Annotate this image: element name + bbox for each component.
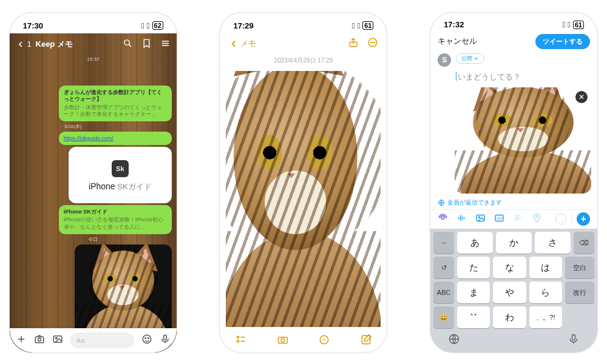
clock: 17:32	[444, 20, 464, 29]
gallery-icon[interactable]	[52, 334, 63, 347]
svg-point-0	[124, 39, 130, 45]
status-bar: 17:29 􀙇 􀙈 61	[220, 13, 387, 33]
camera-icon[interactable]	[277, 334, 289, 348]
key[interactable]: ま	[457, 281, 490, 303]
image-icon[interactable]	[475, 213, 486, 226]
compose-icon[interactable]	[360, 334, 372, 348]
poll-icon[interactable]	[513, 213, 523, 226]
key[interactable]: ら	[529, 281, 562, 303]
signal-icon: 􀙇	[562, 20, 565, 29]
gif-icon[interactable]: GIF	[494, 213, 504, 226]
menu-icon[interactable]	[160, 38, 171, 51]
msg-link[interactable]: https://iskguide.com/	[64, 135, 114, 141]
key-space[interactable]: 空白	[565, 257, 594, 278]
location-icon[interactable]	[532, 213, 542, 226]
svg-point-22	[237, 340, 239, 342]
message-bubble[interactable]: https://iskguide.com/	[59, 132, 172, 145]
svg-rect-27	[362, 335, 370, 343]
voice-icon[interactable]	[456, 213, 467, 226]
key[interactable]: わ	[493, 306, 526, 328]
key[interactable]: ˄˅	[457, 306, 490, 328]
wifi-icon: 􀙈	[357, 21, 360, 30]
spaces-icon[interactable]	[438, 213, 448, 226]
svg-point-26	[320, 335, 328, 343]
svg-rect-34	[476, 215, 484, 221]
clock: 17:29	[233, 21, 253, 30]
plus-icon[interactable]	[16, 334, 27, 347]
signal-icon: 􀙇	[141, 21, 144, 30]
wifi-icon: 􀙈	[568, 20, 571, 29]
key-undo[interactable]: ↺	[433, 257, 454, 278]
back-count: 1	[27, 40, 32, 49]
phone-twitter: 17:32 􀙇 􀙈 61 キャンセル ツイートする S 公開 いまどうしてる？ …	[430, 12, 598, 353]
bookmark-icon[interactable]	[141, 38, 152, 51]
key-abc[interactable]: ABC	[433, 281, 454, 303]
key-emoji[interactable]: 😀	[433, 306, 454, 328]
tweet-button[interactable]: ツイートする	[535, 34, 590, 49]
key[interactable]: 、。?!	[529, 306, 562, 328]
back-button[interactable]: メモ	[228, 38, 256, 49]
key[interactable]: や	[493, 281, 526, 303]
chat-input-bar: Aa	[10, 328, 177, 352]
svg-point-20	[237, 336, 239, 338]
add-tweet-button[interactable]: +	[577, 212, 590, 226]
svg-point-19	[375, 42, 375, 42]
globe-icon[interactable]	[448, 333, 460, 348]
svg-point-12	[145, 338, 146, 339]
attached-image[interactable]: ✕	[455, 87, 591, 194]
key[interactable]: は	[529, 257, 562, 278]
message-input[interactable]: Aa	[70, 332, 134, 348]
svg-point-35	[478, 217, 480, 218]
signal-icon: 􀙇	[352, 21, 355, 30]
emoji-icon[interactable]	[141, 334, 152, 347]
phone-notes: 17:29 􀙇 􀙈 61 メモ 2023年4月29日 17:29	[219, 12, 387, 353]
message-bubble[interactable]: ぎょらんが進化する歩数計アプリ【てくっとウォーク】 歩数計・体重管理アプリのてく…	[59, 86, 172, 121]
key[interactable]: な	[493, 257, 526, 278]
key[interactable]: た	[457, 257, 490, 278]
draw-icon[interactable]	[318, 334, 330, 348]
camera-icon[interactable]	[34, 334, 45, 347]
svg-text:GIF: GIF	[497, 217, 503, 220]
chat-date: 今日	[10, 236, 177, 243]
avatar[interactable]: S	[438, 53, 451, 67]
audience-selector[interactable]: 公開	[456, 53, 484, 64]
status-bar: 17:30 􀙇 􀙈 62	[10, 13, 177, 33]
msg-title: iPhone SKガイド	[64, 209, 167, 215]
search-icon[interactable]	[123, 38, 133, 51]
key-return[interactable]: 改行	[565, 281, 594, 303]
battery-icon: 61	[573, 21, 584, 29]
clock: 17:30	[23, 21, 43, 30]
more-icon[interactable]	[367, 37, 378, 50]
compose-input[interactable]: いまどうしてる？	[456, 72, 597, 83]
svg-point-25	[281, 339, 285, 342]
link-preview[interactable]: Sk iPhone SKガイド	[69, 147, 172, 203]
notes-nav: メモ	[220, 33, 387, 54]
svg-point-18	[373, 42, 373, 42]
share-icon[interactable]	[348, 37, 359, 50]
chat-body: 1 Keep メモ 15:32 ぎょらんが進化する歩数計アプリ【てくっとウォーク…	[10, 33, 177, 352]
mic-icon[interactable]	[568, 333, 580, 348]
back-button[interactable]: 1 Keep メモ	[16, 39, 73, 50]
battery-icon: 62	[152, 21, 163, 30]
key[interactable]: さ	[535, 232, 571, 254]
battery-icon: 61	[362, 21, 373, 30]
compose-toolbar: GIF +	[430, 209, 597, 229]
svg-line-1	[129, 44, 131, 47]
svg-point-29	[442, 217, 444, 219]
key[interactable]: あ	[457, 232, 493, 254]
svg-rect-43	[572, 335, 575, 340]
svg-point-10	[55, 337, 56, 339]
key[interactable]: か	[496, 232, 532, 254]
message-bubble[interactable]: iPhone SKガイド iPhoneの使い方を徹底攻略！iPhone初心者や、…	[59, 205, 172, 234]
wifi-icon: 􀙈	[147, 21, 150, 30]
reply-setting[interactable]: 全員が返信できます	[438, 198, 590, 207]
key-delete[interactable]: ⌫	[574, 232, 594, 254]
msg-desc: 歩数計・体重管理アプリのてくっとウォーク！歩数で進化するキャラクター…	[64, 104, 167, 118]
cancel-button[interactable]: キャンセル	[438, 36, 477, 47]
note-image[interactable]	[226, 71, 381, 327]
mic-icon[interactable]	[160, 334, 171, 347]
key-next[interactable]: →	[433, 232, 454, 254]
checklist-icon[interactable]	[235, 334, 247, 348]
prev-time: 15:32	[10, 56, 177, 62]
remove-image-icon[interactable]: ✕	[575, 91, 588, 103]
